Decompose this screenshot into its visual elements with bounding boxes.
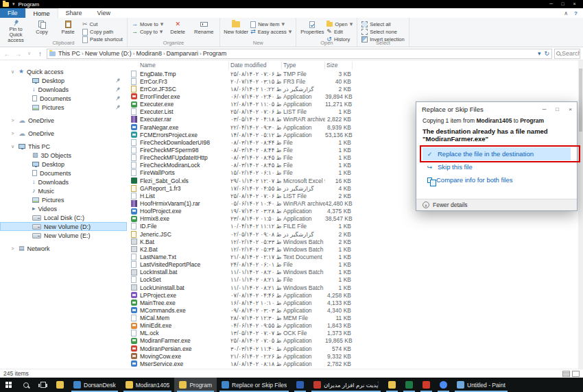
file-row[interactable]: LastVisitedReportPlace۲۴/۰۸/۱۴۰۲ ۰۶:۰۱ ب… [127, 261, 583, 269]
paste-button[interactable]: Paste [55, 19, 81, 40]
scrollbar[interactable] [578, 60, 583, 369]
details-view-icon[interactable] [562, 371, 570, 377]
new-folder-button[interactable]: New folder [223, 19, 249, 40]
copy-to-button[interactable]: →Copy to▾ [130, 29, 165, 35]
easy-access-button[interactable]: ⇄Easy access▾ [249, 29, 293, 35]
address-box[interactable]: This PC›New Volume (D:)›Modiran8›Damparv… [47, 49, 552, 59]
file-row[interactable]: ML.ock۱۳/۰۵/۱۴۰۲ ۰۷:۰۷ ب.ظOCK File1,373 … [127, 330, 583, 337]
expand-chevron-icon[interactable]: ∨ [10, 144, 16, 149]
taskbar-browser[interactable] [435, 378, 452, 392]
sidebar-item-quick-access[interactable]: ∨★Quick access [0, 67, 127, 76]
collapse-ribbon-icon[interactable]: ∧ [564, 10, 568, 16]
taskbar-app-green[interactable] [401, 378, 418, 392]
rename-button[interactable]: Rename [191, 19, 217, 40]
sidebar-item-pictures[interactable]: Pictures [0, 103, 127, 112]
sidebar-item-local-disk-c-[interactable]: Local Disk (C:) [0, 213, 127, 222]
taskbar-taskview-button[interactable] [34, 378, 51, 392]
tab-view[interactable]: View [90, 8, 118, 18]
file-row[interactable]: MainTree.exe۱۶/۰۸/۱۴۰۲ ۱۰:۱۰ ق.ظApplicat… [127, 299, 583, 306]
scrollbar-thumb[interactable] [579, 69, 582, 132]
taskbar-app-red[interactable] [418, 378, 435, 392]
sidebar-item-onedrive[interactable]: >☁OneDrive [0, 129, 127, 138]
edit-button[interactable]: ✎Edit [325, 29, 354, 35]
quick-access-toolbar-dropdown[interactable]: ▾ [12, 1, 15, 7]
taskbar-program[interactable]: Program [174, 378, 217, 392]
help-icon[interactable]: ? [574, 10, 578, 16]
taskbar-search-button[interactable] [17, 378, 34, 392]
sidebar-item-desktop[interactable]: Desktop [0, 76, 127, 85]
file-row[interactable]: EngDate.Tmp۲۵/۰۸/۱۴۰۲ ۰۷:۰۶ ب.ظTMP File3… [127, 70, 583, 77]
compare-info-option[interactable]: Compare info for both files [423, 173, 571, 186]
up-icon[interactable]: ↑ [36, 50, 45, 58]
expand-chevron-icon[interactable]: > [10, 118, 16, 123]
skip-file-option[interactable]: ↪ Skip this file [423, 160, 571, 173]
taskbar-file-explorer[interactable] [51, 378, 69, 392]
taskbar-start-button[interactable] [0, 378, 17, 392]
column-header-date[interactable]: Date modified [229, 62, 282, 69]
sidebar-item-new-volume-e-[interactable]: New Volume (E:) [0, 231, 127, 240]
select-none-button[interactable]: Select none [360, 29, 405, 35]
taskbar-folder-window[interactable] [383, 378, 401, 392]
file-row[interactable]: ModiranPersian.exe۳۰/۰۳/۱۴۰۲ ۱۱:۴۰ ق.ظAp… [127, 345, 583, 352]
search-input[interactable]: Search Pr [554, 49, 580, 59]
pin-to-quick-access-button[interactable]: Pin to Quick access [3, 19, 29, 40]
open-button[interactable]: Open▾ [325, 21, 354, 27]
tab-share[interactable]: Share [58, 8, 90, 18]
taskbar-modiran1405[interactable]: Modiran1405 [121, 378, 175, 392]
file-row[interactable]: ID.File۱۰/۰۴/۱۴۰۲ ۱۱:۱۲ ق.ظFILE File1 KB [127, 223, 583, 230]
thumbnail-view-icon[interactable] [572, 371, 580, 377]
sidebar-item-downloads[interactable]: ↓Downloads [0, 85, 127, 94]
dialog-close-icon[interactable]: × [564, 102, 577, 116]
sidebar-item-new-volume-d-[interactable]: New Volume (D:) [0, 222, 127, 231]
column-header-name[interactable]: Name [139, 62, 229, 69]
file-row[interactable]: MserService.exe۱۸/۰۸/۱۴۰۲ ۰۸:۱۸ ق.ظAppli… [127, 360, 583, 367]
expand-chevron-icon[interactable]: > [10, 131, 16, 136]
file-row[interactable]: K.Bat۱۲/۰۲/۱۴۰۲ ۰۵:۳۳ ب.ظWindows Batch F… [127, 238, 583, 245]
sidebar-item-music[interactable]: ♪Music [0, 186, 127, 195]
file-row[interactable]: ErrCor.Fr3۲۰/۰۷/۱۴۰۲ ۰۳:۱۵ ب.ظFR3 File40… [127, 77, 583, 85]
minimize-icon[interactable]: ─ [545, 0, 557, 8]
refresh-icon[interactable]: ↻ [544, 50, 549, 57]
sidebar-item-onedrive[interactable]: >☁OneDrive [0, 116, 127, 125]
sidebar-item-desktop[interactable]: Desktop [0, 160, 127, 169]
taskbar-modiran-update[interactable]: آپدیت نرم افزار مدیران [309, 378, 383, 392]
forward-icon[interactable]: → [14, 50, 23, 58]
file-row[interactable]: LockSet۱۱/۰۱/۱۴۰۲ ۰۸:۲۱ ق.ظFile1 KB [127, 276, 583, 284]
file-row[interactable]: ErrorFinder.exe۰۶/۰۷/۱۴۰۲ ۰۲:۴۰ ب.ظAppli… [127, 93, 583, 100]
expand-chevron-icon[interactable]: > [10, 246, 16, 251]
taskbar-replace-dialog[interactable]: Replace or Skip Files [217, 378, 292, 392]
sidebar-item-documents[interactable]: Documents [0, 169, 127, 177]
select-all-button[interactable]: Select all [360, 21, 405, 27]
breadcrumb-item[interactable]: Damparvari [165, 50, 200, 57]
copy-button[interactable]: Copy [29, 19, 55, 40]
taskbar-paint[interactable]: Untitled - Paint [452, 378, 510, 392]
move-to-button[interactable]: →Move to▾ [130, 21, 165, 27]
file-row[interactable]: MovingCow.exe۲۱/۰۶/۱۴۰۲ ۰۲:۲۶ ب.ظApplica… [127, 352, 583, 360]
copy-path-button[interactable]: Copy path [81, 29, 124, 35]
file-row[interactable]: LockUninstall.bat۱۱/۰۱/۱۴۰۲ ۰۸:۲۱ ق.ظWin… [127, 284, 583, 291]
sidebar-item-pictures[interactable]: Pictures [0, 195, 127, 204]
taskbar-app-blue[interactable] [292, 378, 309, 392]
column-header-size[interactable]: Size [325, 62, 353, 69]
file-row[interactable]: ModiranFarmer.exe۲۵/۰۸/۱۴۰۲ ۰۷:۰۵ ب.ظApp… [127, 337, 583, 345]
sidebar-item-videos[interactable]: ▸Videos [0, 204, 127, 213]
new-item-button[interactable]: New item▾ [249, 21, 293, 27]
back-icon[interactable]: ← [3, 50, 12, 58]
file-row[interactable]: Jeneric.JSC۰۲/۰۵/۱۴۰۲ ۰۹:۰۸ ق.ظگزارشگیر … [127, 230, 583, 238]
sidebar-item-downloads[interactable]: ↓Downloads [0, 177, 127, 186]
file-row[interactable]: MiniEdit.exe۰۴/۰۶/۱۴۰۲ ۰۹:۵۵ ق.ظApplicat… [127, 322, 583, 330]
dialog-minimize-icon[interactable]: ─ [538, 102, 551, 116]
column-header-type[interactable]: Type [282, 62, 325, 69]
delete-button[interactable]: ✕ Delete [165, 19, 191, 40]
expand-chevron-icon[interactable]: ∨ [10, 69, 16, 75]
tab-home[interactable]: Home [25, 8, 58, 18]
close-icon[interactable]: × [569, 0, 580, 8]
file-row[interactable]: MCommands.exe۰۹/۰۸/۱۴۰۲ ۰۳:۰۳ ب.ظApplica… [127, 306, 583, 314]
breadcrumb-item[interactable]: New Volume (D:) [84, 50, 133, 57]
properties-button[interactable]: Properties [299, 19, 325, 40]
cut-button[interactable]: ✂Cut [81, 21, 124, 27]
recent-locations-icon[interactable]: ∨ [25, 51, 34, 56]
tab-file[interactable]: File [0, 8, 25, 18]
dialog-maximize-icon[interactable]: □ [551, 102, 564, 116]
file-row[interactable]: Hrmix8.exe۲۳/۰۸/۱۴۰۲ ۰۱:۵۰ ب.ظApplicatio… [127, 215, 583, 223]
